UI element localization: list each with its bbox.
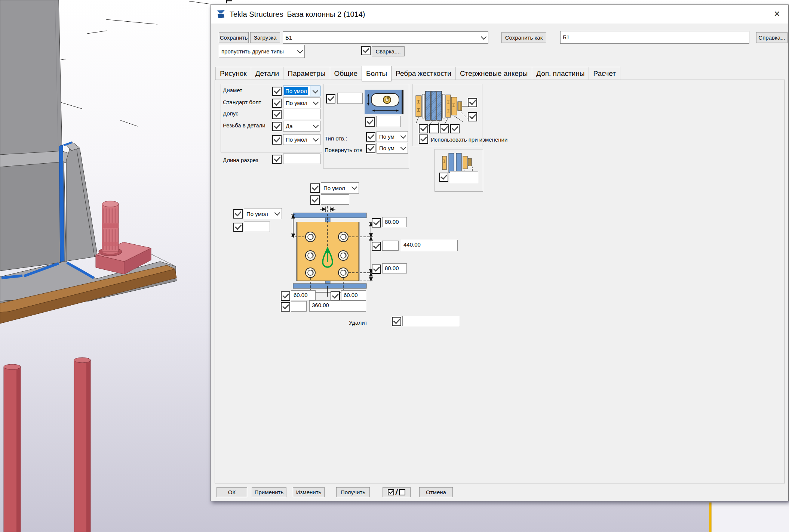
hole-type-combobox[interactable]: По ум: [377, 131, 408, 142]
chevron-down-icon: [312, 88, 318, 94]
edge-bottom-checkbox[interactable]: [372, 265, 381, 274]
width-count-input[interactable]: [291, 301, 307, 312]
cut-length-input[interactable]: [283, 154, 320, 164]
save-button[interactable]: Сохранить: [219, 32, 249, 43]
use-on-modify-checkbox[interactable]: [419, 134, 428, 144]
profile-combobox[interactable]: Б1: [283, 31, 488, 44]
apply-button[interactable]: Применить: [252, 487, 286, 497]
height-total-input[interactable]: 440.00: [401, 240, 458, 251]
column-base-dialog: Tekla Structures База колонны 2 (1014) ×…: [211, 4, 789, 501]
app-title: Tekla Structures: [230, 10, 283, 19]
save-as-button[interactable]: Сохранить как: [501, 32, 546, 43]
checked-box-icon: [388, 489, 394, 495]
chevron-down-icon: [400, 133, 406, 139]
left-spacing-checkbox[interactable]: [233, 209, 243, 219]
thread-in-material-checkbox[interactable]: [272, 122, 282, 131]
left-spacing-combobox[interactable]: По умол: [244, 208, 282, 219]
toggle-all-checkboxes-button[interactable]: /: [383, 487, 411, 497]
edge-bottom-input[interactable]: 80.00: [382, 263, 407, 273]
dialog-titlebar[interactable]: Tekla Structures База колонны 2 (1014): [211, 5, 788, 24]
diameter-combobox[interactable]: По умол: [283, 86, 320, 96]
weld-button[interactable]: Сварка....: [372, 46, 405, 56]
chevron-down-icon: [481, 34, 487, 40]
height-checkbox[interactable]: [372, 242, 381, 251]
weld-checkbox[interactable]: [361, 46, 371, 55]
cut-length-checkbox[interactable]: [272, 155, 282, 164]
cancel-button[interactable]: Отмена: [419, 487, 453, 497]
width-checkbox[interactable]: [281, 302, 290, 312]
modify-button[interactable]: Изменить: [293, 487, 325, 497]
chevron-down-icon: [274, 210, 280, 216]
height-count-input[interactable]: [382, 241, 399, 251]
washer-checkbox[interactable]: [439, 173, 448, 182]
slot-x-checkbox[interactable]: [326, 94, 335, 103]
type-filter-combobox[interactable]: пропустить другие типы: [219, 45, 305, 58]
top-spacing-combobox[interactable]: По умол: [321, 182, 359, 194]
chevron-down-icon: [313, 99, 319, 105]
tab-risunok[interactable]: Рисунок: [215, 67, 251, 81]
tab-raschet[interactable]: Расчет: [589, 67, 620, 81]
cut-length-label: Длина разрез: [223, 157, 258, 163]
offset-left-checkbox[interactable]: [281, 291, 290, 301]
offset-right-checkbox[interactable]: [331, 291, 340, 301]
tab-parametry[interactable]: Параметры: [283, 67, 330, 81]
thread-in-material-combobox[interactable]: Да: [283, 121, 320, 132]
bolt-layout-diagram: [288, 203, 378, 297]
left-spacing2-checkbox[interactable]: [233, 223, 243, 232]
extra-option-combobox[interactable]: По умол: [283, 134, 320, 145]
diameter-checkbox[interactable]: [272, 87, 282, 96]
tab-sterzhnevye-ankery[interactable]: Стержневые анкеры: [455, 67, 532, 81]
tolerance-checkbox[interactable]: [272, 110, 282, 119]
bolt-standard-label: Стандарт болт: [223, 99, 261, 105]
tolerance-label: Допус: [223, 110, 239, 117]
hole-type-label: Тип отв.:: [325, 135, 347, 142]
width-total-input[interactable]: 360.00: [309, 300, 366, 312]
bolt-standard-checkbox[interactable]: [272, 99, 282, 108]
left-spacing2-input[interactable]: [244, 222, 270, 232]
edge-top-input[interactable]: 80.00: [382, 217, 407, 227]
assembly-part-checkbox-2[interactable]: [429, 124, 439, 133]
get-button[interactable]: Получить: [336, 487, 370, 497]
slot-x-input[interactable]: [337, 93, 363, 104]
delete-checkbox[interactable]: [392, 317, 401, 326]
offset-left-input[interactable]: 60.00: [291, 290, 316, 300]
bolt-standard-combobox[interactable]: По умол: [283, 98, 320, 108]
tab-detali[interactable]: Детали: [251, 67, 284, 81]
hole-type-checkbox[interactable]: [366, 132, 375, 142]
top-spacing-checkbox[interactable]: [310, 183, 320, 193]
extra-option-checkbox[interactable]: [272, 135, 282, 145]
tab-rebra-zhestkosti[interactable]: Ребра жесткости: [391, 67, 456, 81]
tolerance-input[interactable]: [283, 109, 320, 119]
washer-input[interactable]: [450, 171, 478, 183]
side-panel-strip: [712, 502, 789, 532]
assembly-part-checkbox-1[interactable]: [419, 124, 428, 133]
profile-combobox-value: Б1: [285, 34, 292, 41]
slotted-hole-diagram: [365, 90, 403, 114]
tab-bolty[interactable]: Болты: [362, 66, 392, 81]
chevron-down-icon: [400, 144, 406, 150]
offset-right-input[interactable]: 60.00: [341, 290, 366, 300]
slot-y-input[interactable]: [376, 116, 401, 127]
close-icon[interactable]: ×: [770, 7, 784, 21]
assembly-part-checkbox-4[interactable]: [450, 124, 460, 133]
load-button[interactable]: Загрузка: [250, 32, 280, 43]
assembly-part-checkbox-top[interactable]: [468, 98, 477, 107]
assembly-part-checkbox-3[interactable]: [440, 124, 449, 133]
ok-button[interactable]: ОК: [217, 487, 247, 497]
tekla-logo-icon: [216, 9, 226, 19]
diameter-label: Диамет: [223, 87, 242, 93]
delete-input[interactable]: [402, 316, 459, 326]
rotate-slots-combobox[interactable]: По ум: [377, 143, 408, 154]
chevron-down-icon: [351, 184, 357, 190]
assembly-part-checkbox-bottom[interactable]: [468, 112, 477, 121]
help-button[interactable]: Справка...: [756, 32, 788, 43]
edge-top-checkbox[interactable]: [372, 218, 381, 228]
save-as-name-input[interactable]: Б1: [560, 31, 749, 44]
unchecked-box-icon: [399, 489, 405, 495]
tab-dop-plastiny[interactable]: Доп. пластины: [532, 67, 589, 81]
thread-in-material-label: Резьба в детали: [223, 122, 265, 129]
chevron-down-icon: [297, 47, 303, 53]
slot-y-checkbox[interactable]: [365, 117, 375, 127]
rotate-slots-checkbox[interactable]: [366, 144, 375, 153]
tab-obshchie[interactable]: Общие: [330, 67, 362, 81]
